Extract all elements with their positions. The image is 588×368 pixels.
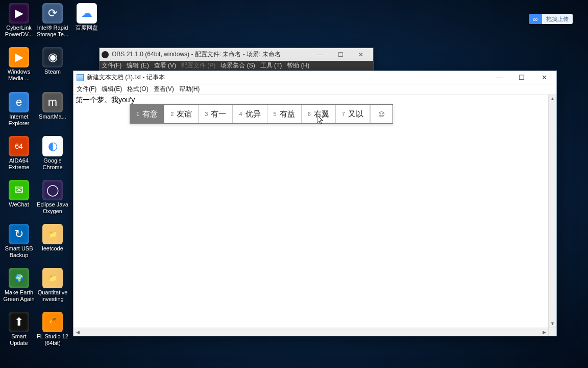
app-icon: ◉ [42,47,63,67]
obs-menu-item[interactable]: 场景集合 (S) [220,61,255,70]
cloud-icon: ∞ [529,14,542,24]
desktop-icon-label: CyberLink PowerDV... [3,25,35,38]
notepad-menu-item[interactable]: 查看(V) [153,85,175,94]
desktop-icon-label: Internet Explorer [3,113,35,127]
ime-candidate[interactable]: 7又以 [336,105,370,123]
notepad-minimize-button[interactable]: — [488,71,510,84]
obs-menubar: 文件(F)编辑 (E)查看 (V)配置文件 (P)场景集合 (S)工具 (T)帮… [100,61,373,71]
desktop-icon-label: Make Earth Green Again [3,289,35,303]
notepad-menu-item[interactable]: 编辑(E) [101,85,123,94]
baidu-upload-pill[interactable]: ∞ 拖拽上传 [529,14,573,24]
scroll-corner [548,328,556,336]
ime-candidate-bar: 1有意2友谊3有一4优异5有益6右翼7又以☺ [130,104,393,124]
desktop-icon[interactable]: ▶CyberLink PowerDV... [3,3,35,38]
desktop-icon[interactable]: ◉Steam [36,47,69,75]
notepad-maximize-button[interactable]: ☐ [510,71,533,84]
desktop-icon[interactable]: ⬆Smart Update [3,312,35,347]
desktop-icon-label: 百度网盘 [70,25,103,31]
obs-menu-item[interactable]: 工具 (T) [260,61,282,70]
ime-candidate[interactable]: 4优异 [233,105,267,123]
desktop-icon-label: Steam [36,68,69,75]
ime-candidate-word: 有意 [142,109,158,119]
desktop-icon-label: Quantitative investing [36,289,69,303]
app-icon: ◐ [42,136,63,156]
desktop-icon[interactable]: mSmartMa... [36,92,69,120]
app-icon: e [9,92,29,112]
app-icon: 🌍 [9,268,29,288]
ime-candidate[interactable]: 5有益 [267,105,302,123]
desktop-icon[interactable]: ◐Google Chrome [36,136,69,171]
notepad-menu-item[interactable]: 帮助(H) [178,85,201,94]
desktop-icon-label: AIDA64 Extreme [3,157,35,171]
desktop-icon-label: WeChat [3,201,35,208]
app-icon: ▶ [9,47,29,67]
desktop-icon[interactable]: 🍊FL Studio 12 (64bit) [36,312,69,347]
ime-candidate[interactable]: 6右翼 [302,105,336,123]
desktop-icon[interactable]: ↻Smart USB Backup [3,224,35,259]
ime-candidate-number: 2 [170,111,174,117]
desktop-icon[interactable]: 64AIDA64 Extreme [3,136,35,171]
obs-titlebar[interactable]: OBS 21.1.0 (64bit, windows) - 配置文件: 未命名 … [100,48,373,61]
app-icon: ▶ [9,3,29,24]
ime-candidate[interactable]: 2友谊 [164,105,199,123]
notepad-menubar: 文件(F)编辑(E)格式(O)查看(V)帮助(H) [74,84,556,95]
desktop-icon[interactable]: 🌍Make Earth Green Again [3,268,35,303]
obs-menu-item[interactable]: 文件(F) [102,61,121,70]
desktop-icon[interactable]: ◯Eclipse Java Oxygen [36,180,69,215]
obs-menu-item[interactable]: 编辑 (E) [127,61,149,70]
app-icon: ⟳ [42,3,63,24]
ime-candidate-word: 又以 [348,109,363,119]
desktop-icon-label: FL Studio 12 (64bit) [36,333,69,347]
notepad-title: 新建文本文档 (3).txt - 记事本 [87,73,165,82]
notepad-text-area[interactable]: 第一个梦。我you'y [74,95,548,328]
app-icon: 📁 [42,224,63,244]
ime-candidate-number: 5 [274,111,277,117]
vertical-scrollbar[interactable]: ▲ ▼ [548,95,556,328]
app-icon: 📁 [42,268,63,288]
notepad-icon [77,74,84,81]
obs-maximize-button[interactable]: ☐ [330,48,351,61]
desktop-icon[interactable]: ✉WeChat [3,180,35,208]
desktop-icon-label: Smart USB Backup [3,245,35,259]
ime-candidate-word: 有一 [211,109,226,119]
obs-minimize-button[interactable]: — [310,48,330,61]
app-icon: 64 [9,136,29,156]
ime-candidate-word: 右翼 [314,109,329,119]
obs-menu-item: 配置文件 (P) [181,61,215,70]
app-icon: ◯ [42,180,63,200]
notepad-close-button[interactable]: ✕ [533,71,555,84]
scroll-right-icon[interactable]: ▶ [540,328,548,336]
ime-candidate-word: 优异 [246,109,261,119]
notepad-titlebar[interactable]: 新建文本文档 (3).txt - 记事本 — ☐ ✕ [74,71,556,84]
app-icon: ⬆ [9,312,29,332]
scroll-left-icon[interactable]: ◀ [74,328,82,336]
ime-emoji-button[interactable]: ☺ [370,105,393,123]
desktop-icon-label: leetcode [36,245,69,252]
notepad-menu-item[interactable]: 文件(F) [76,85,97,94]
ime-candidate[interactable]: 1有意 [130,105,164,123]
horizontal-scrollbar[interactable]: ◀ ▶ [74,328,548,336]
baidu-upload-label: 拖拽上传 [542,14,573,24]
obs-menu-item[interactable]: 查看 (V) [154,61,176,70]
app-icon: 🍊 [42,312,63,332]
desktop-icon-label: Google Chrome [36,157,69,171]
desktop-icon[interactable]: ▶Windows Media ... [3,47,35,82]
ime-candidate-word: 有益 [280,109,295,119]
scroll-up-icon[interactable]: ▲ [549,95,556,103]
obs-logo-icon [102,51,109,58]
ime-candidate-number: 6 [308,111,311,117]
desktop-icon[interactable]: ⟳Intel® Rapid Storage Te... [36,3,69,38]
desktop-icon[interactable]: 📁leetcode [36,224,69,252]
obs-menu-item[interactable]: 帮助 (H) [287,61,309,70]
obs-close-button[interactable]: ✕ [351,48,371,61]
scroll-down-icon[interactable]: ▼ [549,319,556,328]
notepad-menu-item[interactable]: 格式(O) [126,85,149,94]
app-icon: ☁ [77,3,97,24]
desktop-icon[interactable]: eInternet Explorer [3,92,35,127]
desktop-icon[interactable]: ☁百度网盘 [70,3,103,31]
ime-candidate-number: 1 [136,111,139,117]
ime-candidate[interactable]: 3有一 [199,105,233,123]
desktop-icon[interactable]: 📁Quantitative investing [36,268,69,303]
obs-title: OBS 21.1.0 (64bit, windows) - 配置文件: 未命名 … [112,50,281,59]
desktop-icon-label: Eclipse Java Oxygen [36,201,69,215]
